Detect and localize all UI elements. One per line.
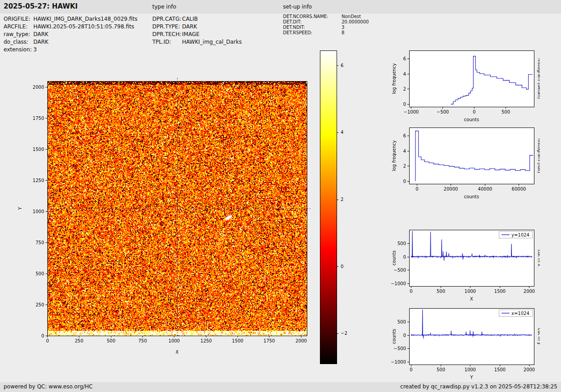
meta-label: TPL.ID: [152,38,182,46]
row-det-ndit: DET.NDIT:3 [283,25,369,30]
meta-value: 3 [342,25,344,30]
meta-label: DPR.CATG: [152,15,182,23]
row-raw-type: raw_type:DARK [4,31,137,38]
cut-in-y-plot [391,305,540,381]
row-arcfile: ARCFILE:HAWKI.2025-05-28T10:51:05.798.fi… [4,23,137,31]
meta-label: DET.NDIT: [283,25,342,30]
raw-image-plot [17,72,311,356]
histogram-full-plot [391,124,540,201]
meta-value: DARK [182,23,197,30]
meta-label: DET.NCORRS.NAME: [283,14,342,19]
row-dpr-tech: DPR.TECH:IMAGE [152,31,242,38]
type-info-header: type info [152,4,176,10]
setup-info-header: set-up info [283,4,312,10]
meta-label: ARCFILE: [4,23,33,31]
meta-value: 8 [342,30,344,35]
row-det-ncorrs: DET.NCORRS.NAME:NonDest [283,14,369,19]
meta-label: DET.DIT: [283,19,342,25]
meta-label: do_class: [4,38,33,46]
row-det-dit: DET.DIT:20.0000000 [283,19,369,25]
histogram-detail-plot [391,47,540,123]
qc-report-page: 2025-05-27: HAWKI type info set-up info … [0,0,561,392]
cut-in-x-plot [391,226,540,303]
row-dpr-type: DPR.TYPE:DARK [152,23,242,31]
type-info-block: DPR.CATG:CALIB DPR.TYPE:DARK DPR.TECH:IM… [152,15,242,46]
page-title: 2025-05-27: HAWKI [4,2,78,10]
row-extension: extension:3 [4,46,137,54]
meta-value: HAWKI_img_cal_Darks [182,39,242,45]
meta-value: DARK [33,39,48,45]
row-det-rspeed: DET.RSPEED:8 [283,30,369,36]
meta-value: DARK [33,31,48,37]
meta-value: 20.0000000 [342,19,369,24]
footer-right: created by qc_rawdisp.py v1.2.3 on 2025-… [400,383,557,390]
meta-value: 3 [33,46,37,53]
row-tpl-id: TPL.ID:HAWKI_img_cal_Darks [152,38,242,46]
setup-info-block: DET.NCORRS.NAME:NonDest DET.DIT:20.00000… [283,14,369,36]
meta-label: DPR.TYPE: [152,23,182,31]
meta-value: HAWKI.2025-05-28T10:51:05.798.fits [33,23,134,30]
meta-value: NonDest [342,14,361,19]
colorbar [320,49,356,366]
meta-value: CALIB [182,16,198,22]
row-origfile: ORIGFILE:HAWKI_IMG_DARK_Darks148_0029.fi… [4,15,137,23]
row-dpr-catg: DPR.CATG:CALIB [152,15,242,23]
header-bar: 2025-05-27: HAWKI type info set-up info [0,0,561,14]
meta-label: DPR.TECH: [152,31,182,38]
footer-bar: powered by QC: www.eso.org/HC created by… [0,382,561,392]
meta-label: DET.RSPEED: [283,30,342,36]
row-do-class: do_class:DARK [4,38,137,46]
footer-left: powered by QC: www.eso.org/HC [4,383,93,390]
meta-value: HAWKI_IMG_DARK_Darks148_0029.fits [33,16,137,22]
meta-label: raw_type: [4,31,33,38]
file-info-block: ORIGFILE:HAWKI_IMG_DARK_Darks148_0029.fi… [4,15,137,54]
meta-label: extension: [4,46,33,54]
meta-label: ORIGFILE: [4,15,33,23]
meta-value: IMAGE [182,31,200,37]
